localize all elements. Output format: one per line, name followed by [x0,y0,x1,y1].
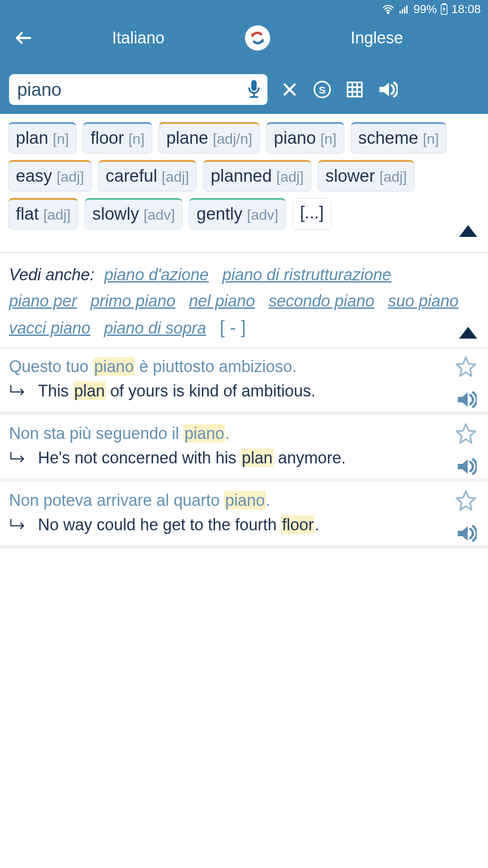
swap-languages-button[interactable] [245,25,270,51]
target-language[interactable]: Inglese [279,28,474,47]
example-source: Non poteva arrivare al quarto piano. [9,491,479,510]
chip-word: gently [197,204,242,224]
content-area: plan[n]floor[n]plane[adj/n]piano[n]schem… [0,114,488,549]
see-also-link[interactable]: secondo piano [268,288,374,314]
translation-chip[interactable]: plane[adj/n] [159,122,260,154]
highlight: floor [281,515,314,534]
see-also-label: Vedi anche: [9,265,94,284]
example-actions [455,489,477,544]
favorite-button[interactable] [455,489,477,512]
signal-icon [398,4,410,14]
translation-chip[interactable]: planned[adj] [203,160,311,192]
translation-chip[interactable]: floor[n] [83,122,152,154]
clear-button[interactable] [279,79,300,100]
more-chip[interactable]: [...] [292,198,332,230]
highlight: piano [224,491,266,509]
translation-chip[interactable]: careful[adj] [98,160,197,192]
see-also-link[interactable]: primo piano [90,288,175,314]
chip-pos: [adj] [162,169,189,185]
svg-rect-12 [347,82,362,97]
collapse-see-also-text[interactable]: [ - ] [220,317,246,337]
translation-chip[interactable]: plan[n] [8,122,76,154]
circle-s-icon[interactable]: S [312,79,333,100]
chip-word: planned [211,166,272,186]
chip-pos: [adj/n] [213,131,252,147]
chip-pos: [n] [320,131,337,147]
see-also-link[interactable]: piano d'azione [104,262,209,288]
translation-chip[interactable]: slowly[adv] [84,198,183,230]
favorite-button[interactable] [455,355,477,378]
see-also-link[interactable]: piano per [9,288,77,314]
chip-word: slowly [92,204,139,224]
examples-list: Questo tuo piano è piuttosto ambizioso.T… [0,348,488,549]
grid-icon[interactable] [344,79,365,100]
see-also-link[interactable]: nel piano [189,288,255,314]
highlight: plan [73,382,106,400]
example-target: This plan of yours is kind of ambitious. [38,382,315,401]
translation-chip[interactable]: slower[adj] [318,160,414,192]
translation-chip[interactable]: flat[adj] [8,198,78,230]
chip-word: plan [16,128,48,148]
chip-pos: [n] [53,131,69,147]
see-also-section: Vedi anche: piano d'azione piano di rist… [0,253,488,348]
chip-pos: [n] [423,131,439,147]
chip-word: scheme [358,128,418,148]
highlight: plan [241,448,273,467]
example-item: Non sta più seguendo il piano.He's not c… [0,415,488,482]
sub-arrow-icon [9,385,32,397]
see-also-link[interactable]: piano di sopra [104,315,206,341]
see-also-link[interactable]: piano di ristrutturazione [222,262,391,288]
svg-rect-6 [443,4,446,5]
sub-arrow-icon [9,452,32,464]
svg-text:S: S [319,84,325,96]
translation-chip[interactable]: piano[n] [266,122,344,154]
chip-pos: [adj] [56,169,84,185]
search-box [9,74,267,105]
chip-pos: [adv] [247,207,278,223]
battery-percent: 99% [413,2,437,16]
chip-pos: [n] [128,131,145,147]
clock-time: 18:08 [451,2,481,16]
translation-chip[interactable]: gently[adv] [189,198,286,230]
collapse-see-also-button[interactable] [459,327,477,339]
example-item: Questo tuo piano è piuttosto ambizioso.T… [0,348,488,415]
play-audio-button[interactable] [455,523,477,544]
collapse-chips-button[interactable] [459,225,477,237]
battery-icon [441,3,448,15]
example-item: Non poteva arrivare al quarto piano.No w… [0,482,488,549]
sub-arrow-icon [9,519,32,531]
see-also-link[interactable]: vacci piano [9,315,90,341]
source-language[interactable]: Italiano [41,28,236,47]
play-audio-button[interactable] [455,456,477,477]
chip-pos: [adj] [277,169,304,185]
translation-chip[interactable]: easy[adj] [8,160,92,192]
example-target: No way could he get to the fourth floor. [38,515,319,534]
example-source: Questo tuo piano è piuttosto ambizioso. [9,357,479,376]
example-target: He's not concerned with his plan anymore… [38,448,346,467]
wifi-icon [382,4,394,14]
favorite-button[interactable] [455,422,477,445]
see-also-link[interactable]: suo piano [388,288,459,314]
chip-word: plane [166,128,208,148]
speaker-icon[interactable] [377,79,398,100]
svg-rect-3 [404,7,405,14]
chip-word: slower [325,166,375,186]
chip-word: piano [274,128,316,148]
chip-word: floor [90,128,124,148]
chip-pos: [adj] [43,207,70,223]
highlight: piano [183,424,225,443]
search-input[interactable] [17,80,246,100]
microphone-icon[interactable] [246,79,262,100]
highlight: piano [93,357,135,376]
svg-rect-4 [406,5,408,14]
svg-rect-7 [251,80,257,91]
translation-chip[interactable]: scheme[n] [351,122,447,154]
back-button[interactable] [14,28,41,48]
play-audio-button[interactable] [455,389,477,410]
example-actions [455,355,477,410]
chip-word: careful [106,166,157,186]
translation-chips: plan[n]floor[n]plane[adj/n]piano[n]schem… [0,114,488,234]
chip-word: easy [16,166,52,186]
example-source: Non sta più seguendo il piano. [9,424,479,443]
chip-word: flat [16,204,39,224]
